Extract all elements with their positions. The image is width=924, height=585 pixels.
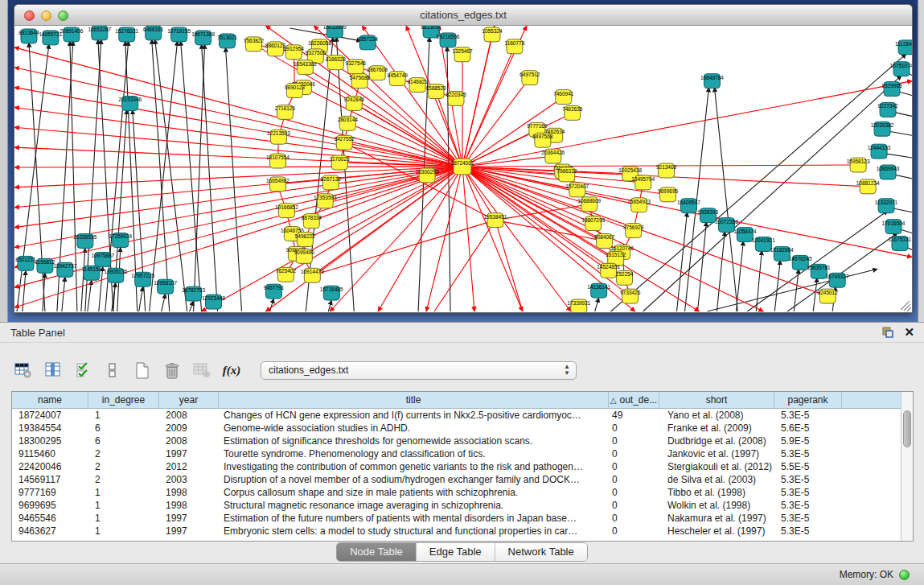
graph-node[interactable]: 17016504 xyxy=(882,220,906,234)
cell-year[interactable]: 1998 xyxy=(159,486,219,499)
graph-edge[interactable] xyxy=(190,301,194,311)
graph-node[interactable]: 16914479 xyxy=(301,268,324,282)
scrollbar-thumb[interactable] xyxy=(903,410,911,447)
graph-node[interactable]: 1145154 xyxy=(81,266,101,280)
graph-edge[interactable] xyxy=(462,167,571,311)
cell-short[interactable]: Hescheler et al. (1997) xyxy=(659,525,774,538)
graph-edge[interactable] xyxy=(62,277,65,311)
graph-node[interactable]: 14136141 xyxy=(587,283,610,298)
cell-out_de[interactable]: 0 xyxy=(609,422,659,435)
row-height-button[interactable] xyxy=(102,360,123,381)
cell-year[interactable]: 2012 xyxy=(159,460,219,473)
cell-year[interactable]: 2008 xyxy=(159,435,219,447)
graph-edge[interactable] xyxy=(88,280,92,311)
graph-node[interactable]: 18807293 xyxy=(581,216,605,231)
graph-node[interactable]: 8878334 xyxy=(302,214,322,229)
cell-title[interactable]: Structural magnetic resonance image aver… xyxy=(219,499,609,512)
graph-node[interactable]: 12923448 xyxy=(202,295,225,309)
graph-edge[interactable] xyxy=(774,260,780,311)
graph-node[interactable]: 6497512 xyxy=(519,71,540,85)
network-window-titlebar[interactable]: citations_edges.txt xyxy=(14,5,912,26)
cell-in_degree[interactable]: 1 xyxy=(88,486,159,499)
table-row[interactable]: 911546021997Tourette syndrome. Phenomeno… xyxy=(12,447,913,460)
graph-node[interactable]: 8186328 xyxy=(326,56,347,70)
graph-edge[interactable] xyxy=(714,88,737,311)
cell-pagerank[interactable]: 5.3E-5 xyxy=(774,409,842,422)
cell-year[interactable]: 1997 xyxy=(159,512,219,525)
graph-node[interactable]: 8267130 xyxy=(321,175,342,190)
graph-edge[interactable] xyxy=(787,233,897,311)
graph-node[interactable]: 12039382 xyxy=(871,122,894,136)
cell-out_de[interactable]: 0 xyxy=(609,512,659,525)
tab-node-table[interactable]: Node Table xyxy=(337,543,417,561)
graph-node[interactable]: 2803144 xyxy=(338,116,359,130)
graph-node[interactable]: 1588520 xyxy=(425,84,446,99)
graph-node[interactable]: 9699695 xyxy=(658,187,679,202)
graph-node[interactable]: 1055324 xyxy=(482,27,503,42)
graph-node[interactable]: 7462635 xyxy=(562,105,583,120)
graph-edge[interactable] xyxy=(595,298,599,311)
graph-node[interactable]: 6497568 xyxy=(532,133,553,147)
function-builder-button[interactable]: f(x) xyxy=(221,360,242,381)
graph-node[interactable]: 15276021 xyxy=(115,27,138,42)
cell-in_degree[interactable]: 6 xyxy=(88,435,159,447)
graph-edge[interactable] xyxy=(194,44,205,311)
graph-edge[interactable] xyxy=(14,107,462,167)
cell-title[interactable]: Tourette syndrome. Phenomenology and cla… xyxy=(219,447,609,460)
cell-year[interactable]: 2009 xyxy=(159,422,219,435)
graph-node[interactable]: 19538451 xyxy=(484,213,507,228)
graph-node[interactable]: 9329965 xyxy=(881,82,902,97)
graph-node[interactable]: 9457791 xyxy=(264,284,285,299)
graph-node[interactable]: 13942737 xyxy=(53,262,76,277)
graph-node[interactable]: 1160778 xyxy=(505,39,525,54)
graph-node[interactable]: 2867608 xyxy=(368,66,388,80)
graph-node[interactable]: 18300295 xyxy=(416,168,439,183)
graph-node[interactable]: 2718126 xyxy=(275,105,296,119)
graph-node[interactable]: 9756928 xyxy=(623,224,644,238)
graph-node[interactable]: 20891406 xyxy=(60,27,83,42)
tab-edge-table[interactable]: Edge Table xyxy=(417,543,495,561)
cell-short[interactable]: Nakamura et al. (1997) xyxy=(659,512,774,525)
column-header-title[interactable]: title xyxy=(219,392,609,408)
cell-year[interactable]: 1997 xyxy=(159,447,219,460)
table-row[interactable]: 1872400712008Changes of HCN gene express… xyxy=(12,409,913,422)
cell-name[interactable]: 14569117 xyxy=(12,473,88,486)
cell-year[interactable]: 2003 xyxy=(159,473,219,486)
graph-edge[interactable] xyxy=(747,211,888,311)
cell-name[interactable]: 19384554 xyxy=(12,422,88,435)
cell-short[interactable]: de Silva et al. (2003) xyxy=(659,473,774,486)
graph-node[interactable]: 8427552 xyxy=(335,135,355,150)
graph-node[interactable]: 18107554 xyxy=(266,154,290,168)
cell-pagerank[interactable]: 5.3E-5 xyxy=(774,447,842,460)
graph-edge[interactable] xyxy=(181,41,202,311)
graph-edge[interactable] xyxy=(162,294,166,311)
column-header-pagerank[interactable]: pagerank xyxy=(774,392,842,408)
column-header-year[interactable]: year xyxy=(159,392,219,408)
graph-node[interactable]: 1156812 xyxy=(35,258,55,273)
column-header-name[interactable]: name xyxy=(12,392,88,408)
cell-name[interactable]: 9115460 xyxy=(12,447,88,460)
cell-name[interactable]: 18724007 xyxy=(12,409,88,422)
table-row[interactable]: 1456911722003Disruption of a novel membe… xyxy=(12,473,913,486)
cell-name[interactable]: 9465546 xyxy=(12,512,88,525)
graph-node[interactable]: 7563822 xyxy=(244,37,265,51)
table-row[interactable]: 969969511998Structural magnetic resonanc… xyxy=(12,499,913,512)
cell-out_de[interactable]: 0 xyxy=(609,499,659,512)
cell-short[interactable]: Jankovic et al. (1997) xyxy=(659,447,774,460)
graph-node[interactable]: 10653287 xyxy=(88,26,111,40)
table-settings-button[interactable] xyxy=(13,360,34,381)
graph-node[interactable]: 12444133 xyxy=(868,144,891,159)
graph-node[interactable]: 19218506 xyxy=(437,33,460,47)
cell-year[interactable]: 1997 xyxy=(159,525,219,538)
graph-node[interactable]: 9242848 xyxy=(344,97,365,111)
graph-node[interactable]: 16033809 xyxy=(323,26,347,38)
cell-name[interactable]: 22420046 xyxy=(12,460,88,473)
cell-short[interactable]: Yano et al. (2008) xyxy=(659,409,774,422)
graph-edge[interactable] xyxy=(226,47,242,311)
graph-edge[interactable] xyxy=(495,220,523,311)
graph-node[interactable]: 19166852 xyxy=(275,204,298,218)
graph-edge[interactable] xyxy=(697,222,706,311)
cell-out_de[interactable]: 49 xyxy=(609,409,659,422)
cell-title[interactable]: Changes of HCN gene expression and I(f) … xyxy=(219,409,609,422)
table-row[interactable]: 1830029562008Estimation of significance … xyxy=(12,435,913,447)
